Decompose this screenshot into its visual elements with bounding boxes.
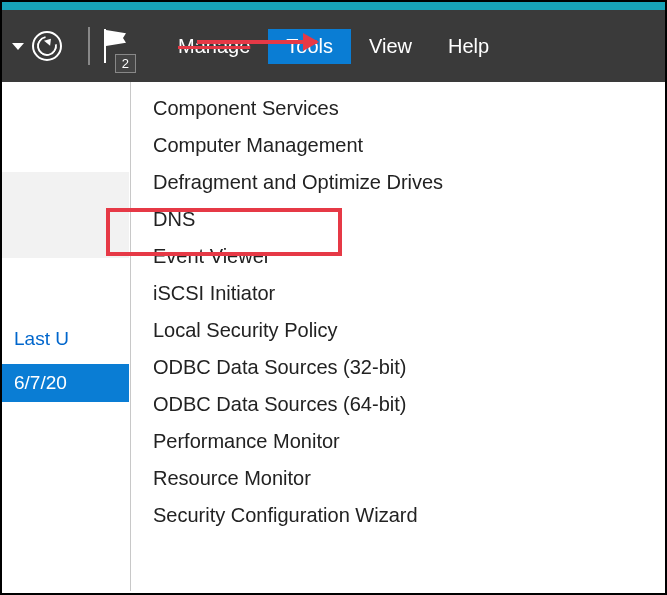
chevron-down-icon[interactable]: [12, 43, 24, 50]
tools-item-computer-management[interactable]: Computer Management: [131, 127, 665, 164]
tools-item-dns[interactable]: DNS: [131, 201, 665, 238]
title-bar-strip: [2, 2, 665, 10]
menu-view[interactable]: View: [351, 29, 430, 64]
menu-help[interactable]: Help: [430, 29, 507, 64]
tools-item-resmon[interactable]: Resource Monitor: [131, 460, 665, 497]
tools-item-event-viewer[interactable]: Event Viewer: [131, 238, 665, 275]
tools-item-odbc-32[interactable]: ODBC Data Sources (32-bit): [131, 349, 665, 386]
tools-item-local-security[interactable]: Local Security Policy: [131, 312, 665, 349]
notifications-count: 2: [115, 54, 136, 73]
toolbar-divider: [88, 27, 90, 65]
date-selected-row[interactable]: 6/7/20: [2, 364, 129, 402]
refresh-icon[interactable]: [32, 31, 62, 61]
menu-manage[interactable]: Manage: [160, 29, 268, 64]
annotation-arrow: [197, 40, 317, 44]
tools-item-security-config[interactable]: Security Configuration Wizard: [131, 497, 665, 534]
panel-section: [2, 172, 129, 258]
tools-item-iscsi[interactable]: iSCSI Initiator: [131, 275, 665, 312]
tools-dropdown: Component Services Computer Management D…: [131, 82, 665, 591]
main-menu: Manage Tools View Help: [160, 29, 507, 64]
tools-item-component-services[interactable]: Component Services: [131, 90, 665, 127]
tools-item-perfmon[interactable]: Performance Monitor: [131, 423, 665, 460]
notifications-flag[interactable]: 2: [102, 29, 130, 63]
content-area: Last U 6/7/20 Component Services Compute…: [2, 82, 665, 591]
last-updated-link[interactable]: Last U: [2, 320, 129, 358]
left-panel: Last U 6/7/20: [2, 82, 130, 591]
toolbar: 2 Manage Tools View Help: [2, 10, 665, 82]
tools-item-odbc-64[interactable]: ODBC Data Sources (64-bit): [131, 386, 665, 423]
tools-item-defragment[interactable]: Defragment and Optimize Drives: [131, 164, 665, 201]
